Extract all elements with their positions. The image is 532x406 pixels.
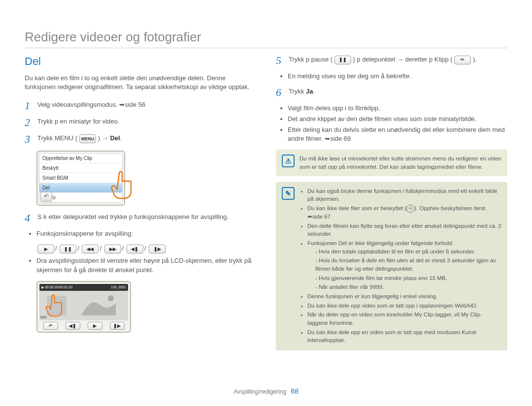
- step-3-bold: Del: [110, 134, 120, 142]
- back-icon: ↶: [40, 192, 52, 202]
- step-4-bullet-2: Dra avspillingsstolpen til venstre eller…: [36, 256, 256, 275]
- step-6-bold: Ja: [306, 88, 313, 95]
- info-item: Du kan ikke dele filer som er beskyttet …: [307, 204, 501, 221]
- player-time: ▶ 00:00:20/00:01:03: [41, 284, 72, 291]
- step-3: 3 Trykk MENU ( MENU ) → Del.: [25, 134, 256, 145]
- info-subitem: Hvis den totale opptakstiden til en film…: [315, 248, 501, 256]
- step-5: 5 Trykk p pause ( ❚❚ ) p delepunktet → d…: [276, 55, 507, 66]
- touch-hand-icon: [109, 170, 134, 200]
- play-icon: ▶: [88, 322, 102, 330]
- back-icon: ↶: [43, 322, 58, 330]
- info-item: Du kan også bruke denne funksjonen i ful…: [307, 187, 501, 203]
- step-4-bullet-lead: Funksjonsknappene for avspilling:: [36, 229, 256, 239]
- step-6-post: .: [313, 88, 315, 95]
- step-5-post: ).: [473, 56, 477, 63]
- step-number: 1: [25, 100, 33, 111]
- step-2-text: Trykk p en miniatyr for video.: [37, 117, 119, 128]
- menu-illustration: Opprettelse av My Clip Beskytt Smart BGM…: [36, 151, 125, 206]
- step-6-pre: Trykk: [289, 88, 306, 95]
- frame-forward-icon: ❚▶: [110, 322, 125, 330]
- footer-label: Avspilling/redigering: [233, 388, 286, 395]
- play-icon: ▶: [37, 245, 54, 253]
- page-number: 68: [291, 387, 299, 395]
- player-file: 100_0001: [111, 284, 126, 291]
- step-3-tail: .: [120, 134, 122, 142]
- lock-icon: ⊖: [406, 205, 414, 213]
- warning-text: Du må ikke løse ut minnekortet eller kut…: [299, 155, 501, 171]
- pause-icon: ❚❚: [334, 56, 351, 64]
- step-number: 6: [276, 87, 285, 98]
- step-2: 2 Trykk p en miniatyr for video.: [25, 117, 256, 128]
- step-6-bullet: Etter deling kan du delvis slette en unø…: [288, 125, 507, 144]
- step-1-ref: ➥side 56: [119, 101, 145, 108]
- frame-back-icon: ◀❚: [66, 322, 80, 330]
- page-footer: Avspilling/redigering 68: [0, 387, 532, 395]
- info-box: ✎ Du kan også bruke denne funksjonen i f…: [276, 182, 507, 350]
- info-item: Denne funksjonen er kun tilgjengelig i e…: [307, 292, 501, 301]
- info-item: Funksjonen Del er ikke tilgjengelig unde…: [307, 239, 501, 291]
- player-controls: ↶ ◀❚ ▶ ❚▶: [39, 322, 128, 330]
- playback-buttons-row: ▶/ ❚❚/ ◀◀/ ▶▶/ ◀❚/ ❚▶: [36, 245, 256, 253]
- step-number: 4: [25, 213, 33, 223]
- info-item: Du kan ikke dele opp en video som er tat…: [307, 328, 501, 344]
- info-item: Den delte filmen kan flytte seg foran el…: [307, 222, 501, 238]
- frame-forward-icon: ❚▶: [149, 245, 166, 253]
- cut-icon: ✂: [454, 56, 471, 64]
- menu-item: Opprettelse av My Clip: [39, 154, 122, 163]
- step-number: 2: [25, 117, 33, 128]
- frame-back-icon: ◀❚: [127, 245, 143, 253]
- info-icon: ✎: [282, 187, 295, 200]
- step-number: 5: [276, 55, 285, 66]
- info-item: Når du deler opp en video som inneholder…: [307, 311, 501, 327]
- page-title: Redigere videoer og fotografier: [25, 30, 507, 48]
- warning-box: ⚠ Du må ikke løse ut minnekortet eller k…: [276, 150, 507, 176]
- touch-hand-icon: [44, 293, 64, 318]
- step-4: 4 S k etter delepunktet ved trykke p fun…: [25, 213, 256, 223]
- info-subitem: Hvis du forsøker å dele en film uten at …: [315, 256, 501, 273]
- step-1: 1 Velg videoavspillingsmodus. ➥side 56: [25, 100, 256, 111]
- info-subitem: Hvis gjenværende film tar mindre plass e…: [315, 274, 501, 282]
- step-3-arrow: ) →: [98, 134, 110, 142]
- step-6-bullet: Valgt film deles opp i to filmklipp.: [288, 104, 507, 113]
- step-6-bullet: Det andre klippet av den delte filmen vi…: [288, 115, 507, 124]
- warning-icon: ⚠: [282, 155, 295, 167]
- menu-button-icon: MENU: [79, 134, 97, 143]
- svg-point-1: [108, 295, 114, 301]
- step-5-pre: Trykk p pause (: [289, 56, 334, 63]
- player-label: Del: [40, 315, 46, 319]
- step-number: 3: [25, 134, 33, 145]
- step-1-text: Velg videoavspillingsmodus.: [37, 101, 118, 108]
- pause-icon: ❚❚: [60, 245, 76, 253]
- info-subitem: Når antallet filer når 9999.: [315, 283, 501, 291]
- fast-forward-icon: ▶▶: [104, 245, 121, 253]
- step-5-mid: ) p delepunktet → deretter p Klipp (: [353, 56, 454, 63]
- rewind-icon: ◀◀: [82, 245, 99, 253]
- section-heading-del: Del: [25, 55, 256, 68]
- step-4-text: S k etter delepunktet ved trykke p funks…: [37, 213, 229, 223]
- step-5-bullet: En melding vises og ber deg om å bekreft…: [288, 72, 507, 81]
- step-3-pre: Trykk MENU (: [37, 134, 77, 142]
- step-6: 6 Trykk Ja.: [276, 87, 507, 98]
- intro-text: Du kan dele en film i to og enkelt slett…: [25, 74, 256, 92]
- player-illustration: ▶ 00:00:20/00:01:03 100_0001 Del ↶: [36, 281, 131, 333]
- info-item: Du kan ikke dele opp video som er tatt o…: [307, 302, 501, 310]
